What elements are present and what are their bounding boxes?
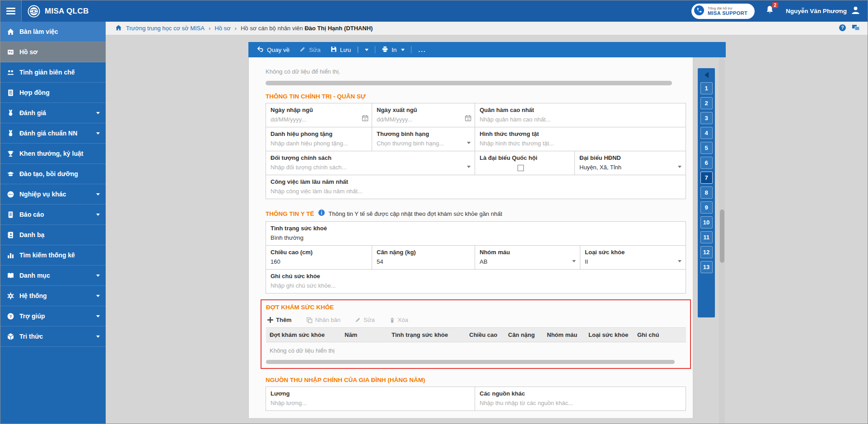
sidebar-item-khen-thuong-ky-luat[interactable]: Khen thưởng, kỷ luật [0, 144, 106, 164]
section-nav-4[interactable]: 4 [700, 127, 713, 139]
field-cong-viec-lau-nam[interactable]: Công việc làm lâu năm nhất Nhập công việ… [266, 175, 686, 199]
field-danh-hieu-phong-tang[interactable]: Danh hiệu phong tặng Nhập danh hiệu phon… [266, 127, 372, 151]
checkbox[interactable] [518, 165, 524, 171]
back-button[interactable]: Quay về [252, 42, 294, 57]
field-loai-suc-khoe[interactable]: Loại sức khỏe II [580, 246, 686, 269]
sidebar-item-danh-ba[interactable]: Danh bạ [0, 225, 106, 245]
chevron-down-icon[interactable] [678, 260, 681, 262]
section-nav-11[interactable]: 11 [700, 231, 713, 243]
text-input[interactable]: 54 [377, 258, 462, 265]
section-nav-7[interactable]: 7 [700, 172, 713, 184]
field-chieu-cao[interactable]: Chiều cao (cm) 160 [266, 246, 372, 269]
breadcrumb-root-link[interactable]: Trường trung học cơ sở MISA [126, 25, 205, 32]
section-nav-10[interactable]: 10 [700, 216, 713, 228]
screens-icon[interactable] [852, 24, 860, 33]
chevron-down-icon[interactable] [467, 166, 471, 168]
section-nav-9[interactable]: 9 [700, 201, 713, 214]
sidebar-item-dao-tao-boi-duong[interactable]: Đào tạo, bồi dưỡng [0, 164, 106, 184]
horizontal-scrollbar[interactable] [266, 81, 672, 85]
field-ghi-chu-suc-khoe[interactable]: Ghi chú sức khỏe Nhập ghi chú sức khỏe..… [266, 270, 686, 293]
duplicate-button[interactable]: Nhân bản [306, 317, 341, 323]
section-nav-3[interactable]: 3 [700, 112, 713, 124]
chevron-down-icon[interactable] [467, 142, 471, 144]
sidebar-item-tinh-gian-bien-che[interactable]: Tinh giản biên chế [0, 62, 106, 83]
collapse-arrow-icon[interactable] [705, 72, 709, 78]
sidebar-item-hop-dong[interactable]: Hợp đồng [0, 83, 106, 103]
text-input[interactable]: 160 [271, 258, 359, 265]
calendar-icon[interactable]: 23 [362, 115, 369, 123]
select-input[interactable]: Chọn thương binh hạng... [377, 140, 462, 147]
grid-edit-button[interactable]: Sửa [355, 317, 375, 323]
column-header[interactable]: Tình trạng sức khỏe [388, 328, 466, 342]
column-header[interactable]: Cân nặng [504, 328, 543, 342]
column-header[interactable]: Đợt khám sức khỏe [266, 328, 341, 342]
horizontal-scrollbar[interactable] [266, 360, 675, 364]
chevron-down-icon[interactable] [401, 49, 405, 51]
grid-delete-button[interactable]: Xóa [389, 317, 408, 323]
scrollbar-thumb[interactable] [720, 210, 724, 263]
column-header[interactable]: Loại sức khỏe [585, 328, 634, 342]
chevron-down-icon[interactable] [678, 166, 681, 168]
sidebar-item-tro-giup[interactable]: ? Trợ giúp [0, 306, 106, 326]
section-nav-8[interactable]: 8 [700, 186, 713, 199]
support-hotline-button[interactable]: Tổng đài hỗ trợ MISA SUPPORT [691, 4, 755, 19]
text-input[interactable]: Nhập lương... [271, 400, 462, 406]
section-nav-12[interactable]: 12 [700, 246, 713, 258]
select-input[interactable]: AB [480, 258, 567, 265]
select-input[interactable]: Nhập đối tượng chính sách... [271, 164, 462, 171]
notifications-button[interactable]: 2 [765, 5, 774, 17]
edit-button[interactable]: Sửa [294, 42, 326, 57]
help-circle-icon[interactable]: ? [839, 24, 846, 33]
sidebar-item-ban-lam-viec[interactable]: Bàn làm việc [0, 22, 106, 42]
column-header[interactable]: Chiều cao [466, 328, 504, 342]
field-la-dai-bieu-quoc-hoi[interactable]: Là đại biểu Quốc hội [475, 151, 574, 175]
text-input[interactable]: Nhập ghi chú sức khỏe... [271, 282, 673, 289]
column-header[interactable]: Nhóm máu [543, 328, 585, 342]
section-nav-6[interactable]: 6 [700, 157, 713, 169]
menu-toggle-button[interactable] [0, 0, 22, 22]
column-header[interactable]: Ghi chú [634, 328, 686, 342]
section-nav-5[interactable]: 5 [700, 142, 713, 154]
sidebar-item-danh-muc[interactable]: Danh mục [0, 266, 106, 286]
sidebar-item-ho-so[interactable]: Hồ sơ [0, 42, 106, 62]
user-menu[interactable]: Nguyễn Văn Phương [786, 5, 860, 17]
column-header[interactable]: Năm [341, 328, 388, 342]
more-actions-button[interactable]: ... [413, 47, 431, 53]
field-hinh-thuc-thuong-tat[interactable]: Hình thức thương tật Nhập hình thức thươ… [475, 127, 686, 151]
field-thuong-binh-hang[interactable]: Thương binh hạng Chọn thương binh hạng..… [372, 127, 475, 151]
field-dai-bieu-hdnd[interactable]: Đại biểu HĐND Huyện, Xã, Tỉnh [574, 151, 686, 175]
section-nav-13[interactable]: 13 [700, 261, 713, 273]
text-input[interactable]: Nhập hình thức thương tật... [480, 140, 673, 147]
calendar-icon[interactable]: 23 [465, 115, 471, 123]
field-quan-ham-cao-nhat[interactable]: Quân hàm cao nhất Nhập quân hàm cao nhất… [475, 103, 686, 127]
select-input[interactable]: Huyện, Xã, Tỉnh [579, 164, 673, 171]
chevron-down-icon[interactable] [365, 49, 369, 51]
field-nhom-mau[interactable]: Nhóm máu AB [475, 246, 580, 269]
sidebar-item-he-thong[interactable]: Hệ thống [0, 286, 106, 306]
sidebar-item-tri-thuc[interactable]: Tri thức [0, 326, 106, 347]
save-button[interactable]: Lưu [326, 42, 373, 57]
section-nav-1[interactable]: 1 [700, 82, 713, 94]
select-input[interactable]: II [585, 258, 673, 265]
field-ngay-xuat-ngu[interactable]: Ngày xuất ngũ dd/MM/yyyy... 23 [372, 103, 475, 127]
field-doi-tuong-chinh-sach[interactable]: Đối tượng chính sách Nhập đối tượng chín… [266, 151, 475, 175]
sidebar-item-tim-kiem-thong-ke[interactable]: Tìm kiếm thống kê [0, 245, 106, 266]
field-tinh-trang-suc-khoe[interactable]: Tình trạng sức khoẻ Bình thường [266, 222, 686, 245]
date-input[interactable]: dd/MM/yyyy... [271, 116, 359, 123]
section-nav-2[interactable]: 2 [700, 97, 713, 109]
print-button[interactable]: In [377, 42, 410, 57]
home-icon[interactable] [115, 24, 122, 33]
field-luong[interactable]: Lương Nhập lương... [266, 387, 475, 410]
text-input[interactable]: Nhập quân hàm cao nhất... [480, 116, 673, 123]
field-can-nang[interactable]: Cân nặng (kg) 54 [372, 246, 475, 269]
sidebar-item-danh-gia[interactable]: Đánh giá [0, 103, 106, 123]
add-button[interactable]: Thêm [267, 317, 292, 323]
text-input[interactable]: Bình thường [271, 234, 673, 241]
sidebar-item-bao-cao[interactable]: Báo cáo [0, 205, 106, 225]
sidebar-item-danh-gia-chuan-nn[interactable]: Đánh giá chuẩn NN [0, 123, 106, 144]
date-input[interactable]: dd/MM/yyyy... [377, 116, 462, 123]
field-cac-nguon-khac[interactable]: Các nguồn khác Nhập thu nhập từ các nguồ… [475, 387, 686, 410]
vertical-scrollbar[interactable] [719, 57, 725, 424]
sidebar-item-nghiep-vu-khac[interactable]: Nghiệp vụ khác [0, 184, 106, 205]
text-input[interactable]: Nhập công việc làm lâu năm nhất... [271, 188, 673, 195]
